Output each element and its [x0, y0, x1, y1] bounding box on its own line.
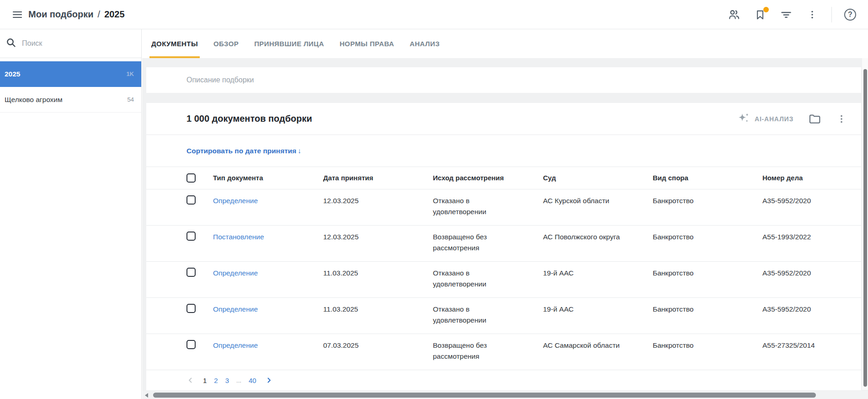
doc-court: 19-й ААС: [543, 304, 644, 315]
breadcrumb-current: 2025: [104, 9, 125, 20]
collections-sidebar: 2025 1K Щелково агрохим 54: [0, 29, 142, 399]
content: 1 000 документов подборки AI-АНАЛИЗ: [146, 67, 861, 390]
documents-controls: AI-АНАЛИЗ: [737, 112, 848, 126]
hamburger-menu-icon[interactable]: [8, 5, 27, 24]
breadcrumb: Мои подборки / 2025: [28, 9, 125, 20]
doc-dispute-type: Банкротство: [653, 268, 744, 279]
collection-label: Щелково агрохим: [5, 96, 63, 104]
bookmark-badge-dot: [763, 7, 769, 12]
scroll-left-arrow-icon[interactable]: [145, 393, 148, 398]
main-area: ДОКУМЕНТЫ ОБЗОР ПРИНЯВШИЕ ЛИЦА НОРМЫ ПРА…: [142, 29, 868, 399]
row-checkbox[interactable]: [186, 268, 196, 277]
doc-case-number: А35-5952/2020: [762, 268, 854, 279]
app-header: Мои подборки / 2025 ?: [0, 0, 868, 29]
breadcrumb-section[interactable]: Мои подборки: [28, 9, 94, 20]
page-number[interactable]: 2: [214, 377, 218, 384]
tab-adopting-persons[interactable]: ПРИНЯВШИЕ ЛИЦА: [254, 29, 324, 58]
help-icon[interactable]: ?: [844, 9, 856, 21]
tab-analysis[interactable]: АНАЛИЗ: [410, 29, 440, 58]
doc-court: АС Самарской области: [543, 340, 644, 351]
row-checkbox[interactable]: [186, 304, 196, 313]
doc-outcome: Отказано в удовлетворении: [433, 304, 517, 326]
table-body: Определение 12.03.2025 Отказано в удовле…: [146, 189, 861, 370]
doc-type-link[interactable]: Постановление: [213, 232, 314, 243]
doc-date: 12.03.2025: [323, 195, 415, 206]
kebab-menu-icon[interactable]: [805, 8, 819, 22]
search-input[interactable]: [22, 39, 118, 48]
doc-outcome: Возвращено без рассмотрения: [433, 340, 517, 362]
doc-date: 11.03.2025: [323, 268, 415, 279]
sidebar-search: [0, 29, 141, 58]
page-number[interactable]: 40: [249, 377, 256, 384]
page-number[interactable]: 3: [225, 377, 229, 384]
sort-by-date-link[interactable]: Сортировать по дате принятия↓: [186, 147, 301, 155]
doc-date: 11.03.2025: [323, 304, 415, 315]
doc-case-number: А55-1993/2022: [762, 232, 854, 243]
card-kebab-menu-icon[interactable]: [835, 112, 848, 126]
pagination: 1 2 3 ... 40: [146, 370, 861, 390]
select-all-checkbox[interactable]: [186, 173, 196, 183]
folder-icon[interactable]: [807, 112, 821, 126]
page-ellipsis: ...: [236, 377, 241, 384]
doc-case-number: А35-5952/2020: [762, 195, 854, 206]
sort-row: Сортировать по дате принятия↓: [146, 135, 861, 167]
table-row: Определение 11.03.2025 Отказано в удовле…: [146, 262, 861, 298]
table-header-row: Тип документа Дата принятия Исход рассмо…: [146, 167, 861, 189]
vertical-scrollbar[interactable]: [862, 58, 868, 390]
next-page-icon[interactable]: [264, 375, 274, 385]
sort-direction-arrow: ↓: [298, 147, 301, 155]
doc-dispute-type: Банкротство: [653, 232, 744, 243]
row-checkbox[interactable]: [186, 195, 196, 205]
column-header-dispute-type: Вид спора: [653, 174, 744, 182]
ai-analysis-label: AI-АНАЛИЗ: [755, 115, 793, 123]
doc-date: 07.03.2025: [323, 340, 415, 351]
doc-type-link[interactable]: Определение: [213, 195, 314, 206]
page-number: 1: [203, 377, 207, 384]
collection-description-input[interactable]: [186, 76, 781, 84]
prev-page-icon[interactable]: [186, 375, 196, 385]
doc-court: АС Поволжского округа: [543, 232, 644, 243]
header-actions: ?: [727, 7, 868, 22]
collection-label: 2025: [5, 70, 20, 78]
column-header-date: Дата принятия: [323, 174, 415, 182]
breadcrumb-separator: /: [98, 9, 101, 20]
horizontal-scrollbar-thumb[interactable]: [153, 393, 816, 398]
doc-outcome: Отказано в удовлетворении: [433, 268, 517, 290]
tab-legal-norms[interactable]: НОРМЫ ПРАВА: [340, 29, 394, 58]
doc-case-number: А55-27325/2014: [762, 340, 854, 351]
bookmark-icon[interactable]: [753, 8, 767, 22]
doc-case-number: А35-5952/2020: [762, 304, 854, 315]
tabs-bar: ДОКУМЕНТЫ ОБЗОР ПРИНЯВШИЕ ЛИЦА НОРМЫ ПРА…: [142, 29, 868, 58]
horizontal-scrollbar[interactable]: [142, 391, 868, 399]
table-row: Определение 07.03.2025 Возвращено без ра…: [146, 334, 861, 370]
documents-card-header: 1 000 документов подборки AI-АНАЛИЗ: [146, 103, 861, 135]
doc-type-link[interactable]: Определение: [213, 304, 314, 315]
ai-analysis-button[interactable]: AI-АНАЛИЗ: [737, 112, 793, 126]
sidebar-item-shchelkovo[interactable]: Щелково агрохим 54: [0, 87, 141, 113]
users-icon[interactable]: [727, 8, 741, 22]
filter-icon[interactable]: [779, 8, 793, 22]
collection-count: 1K: [126, 70, 134, 77]
doc-type-link[interactable]: Определение: [213, 340, 314, 351]
doc-court: 19-й ААС: [543, 268, 644, 279]
tab-documents[interactable]: ДОКУМЕНТЫ: [151, 29, 198, 58]
doc-dispute-type: Банкротство: [653, 195, 744, 206]
search-icon: [5, 37, 16, 50]
column-header-outcome: Исход рассмотрения: [433, 174, 517, 182]
sparkles-icon: [737, 112, 750, 126]
table-row: Постановление 12.03.2025 Возвращено без …: [146, 226, 861, 262]
column-header-court: Суд: [543, 174, 644, 182]
collection-list: 2025 1K Щелково агрохим 54: [0, 58, 141, 113]
row-checkbox[interactable]: [186, 340, 196, 349]
doc-type-link[interactable]: Определение: [213, 268, 314, 279]
doc-court: АС Курской области: [543, 195, 644, 206]
collection-count: 54: [128, 96, 134, 103]
sidebar-item-2025[interactable]: 2025 1K: [0, 61, 141, 87]
table-row: Определение 11.03.2025 Отказано в удовле…: [146, 298, 861, 334]
doc-dispute-type: Банкротство: [653, 340, 744, 351]
row-checkbox[interactable]: [186, 232, 196, 241]
tab-overview[interactable]: ОБЗОР: [213, 29, 239, 58]
doc-outcome: Отказано в удовлетворении: [433, 195, 517, 217]
vertical-scrollbar-thumb[interactable]: [863, 69, 867, 387]
header-divider: [831, 7, 832, 22]
